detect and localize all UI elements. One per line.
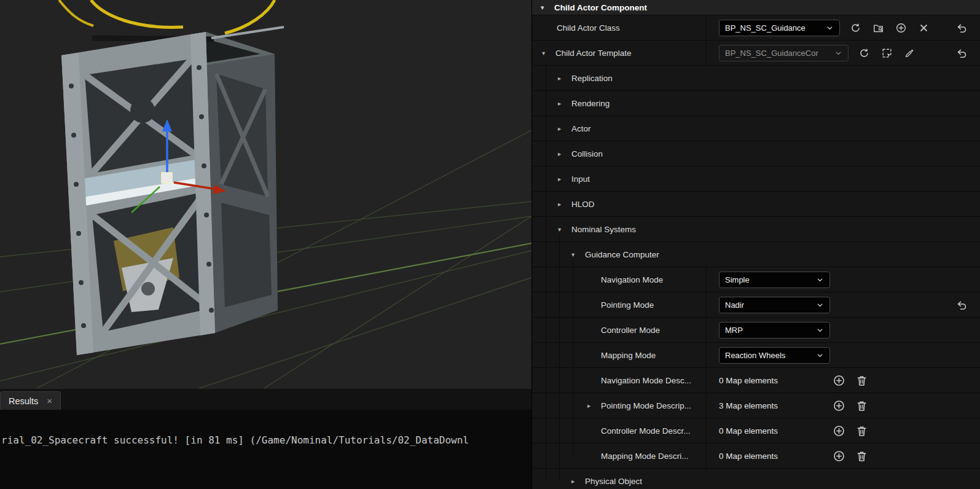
property-label: Child Actor Class <box>557 23 620 33</box>
select-object-icon[interactable] <box>879 45 894 60</box>
log-output-area[interactable]: rial_02_Spacecraft successful! [in 81 ms… <box>0 410 531 489</box>
category-label: Physical Object <box>585 477 642 486</box>
delete-map-elements-icon[interactable] <box>854 423 869 438</box>
property-label: Mapping Mode Descri... <box>601 452 689 461</box>
map-elements-count: 3 Map elements <box>719 401 823 410</box>
expand-arrow-icon[interactable]: ▸ <box>558 150 571 157</box>
reset-to-default-icon[interactable] <box>954 45 969 60</box>
dropdown-value: MRP <box>725 326 743 335</box>
navigation-mode-row: Navigation Mode Simple <box>532 267 980 292</box>
expand-arrow-icon[interactable]: ▸ <box>558 100 571 107</box>
property-label: Mapping Mode <box>601 351 656 360</box>
viewport-3d-scene[interactable] <box>0 0 531 388</box>
category-label: Replication <box>571 74 613 83</box>
clear-asset-icon[interactable] <box>916 20 931 35</box>
controller-mode-dropdown[interactable]: MRP <box>719 322 830 338</box>
property-label: Navigation Mode Desc... <box>601 376 691 385</box>
dropdown-value: Nadir <box>725 300 744 310</box>
delete-map-elements-icon[interactable] <box>854 448 869 463</box>
reset-to-default-icon[interactable] <box>954 20 969 35</box>
details-panel: ▾ Child Actor Component Child Actor Clas… <box>531 0 980 489</box>
category-row-hlod[interactable]: ▸ HLOD <box>532 192 980 217</box>
category-row-collision[interactable]: ▸ Collision <box>532 141 980 166</box>
property-label: Navigation Mode <box>601 275 663 284</box>
expand-arrow-icon[interactable]: ▸ <box>571 477 585 485</box>
add-asset-icon[interactable] <box>893 20 908 35</box>
category-row-replication[interactable]: ▸ Replication <box>532 66 980 91</box>
add-map-element-icon[interactable] <box>831 423 846 438</box>
chevron-down-icon <box>816 276 824 284</box>
category-label: Actor <box>571 124 591 133</box>
expand-arrow-icon[interactable]: ▸ <box>558 125 571 132</box>
mapping-mode-row: Mapping Mode Reaction Wheels <box>532 343 980 368</box>
category-label: Collision <box>571 149 603 158</box>
dropdown-value: BP_NS_SC_Guidance <box>725 23 806 33</box>
component-category-header[interactable]: ▾ Child Actor Component <box>532 0 980 15</box>
gizmo-origin-handle <box>162 173 172 183</box>
category-row-physical-object[interactable]: ▸ Physical Object <box>532 469 980 489</box>
use-selected-asset-icon[interactable] <box>848 20 863 35</box>
child-actor-template-row: ▾ Child Actor Template BP_NS_SC_Guidance… <box>532 41 980 66</box>
chevron-down-icon <box>826 24 834 32</box>
expand-arrow-icon[interactable]: ▸ <box>558 200 571 208</box>
category-row-rendering[interactable]: ▸ Rendering <box>532 91 980 116</box>
expand-arrow-icon[interactable]: ▸ <box>587 402 601 409</box>
category-label: Nominal Systems <box>571 225 636 234</box>
browse-to-asset-icon[interactable] <box>871 20 885 35</box>
chevron-expanded-icon[interactable]: ▾ <box>542 49 555 57</box>
property-label: Pointing Mode Descrip... <box>601 401 691 410</box>
results-tab-label: Results <box>9 396 38 406</box>
category-row-actor[interactable]: ▸ Actor <box>532 116 980 141</box>
add-map-element-icon[interactable] <box>831 448 846 463</box>
property-label: Controller Mode <box>601 326 660 335</box>
chevron-down-icon <box>816 351 824 359</box>
chevron-down-icon <box>834 49 842 57</box>
level-viewport[interactable] <box>0 0 531 388</box>
chevron-expanded-icon[interactable]: ▾ <box>571 251 585 258</box>
chevron-down-icon <box>816 301 824 309</box>
navigation-mode-descriptions-row: Navigation Mode Desc... 0 Map elements <box>532 368 980 393</box>
property-label: Pointing Mode <box>601 300 654 310</box>
category-label: Rendering <box>571 99 610 108</box>
log-tab-bar: Results × <box>0 388 531 410</box>
child-actor-class-dropdown[interactable]: BP_NS_SC_Guidance <box>719 20 840 36</box>
component-header-label: Child Actor Component <box>554 3 647 12</box>
category-row-guidance-computer[interactable]: ▾ Guidance Computer <box>532 242 980 267</box>
navigation-mode-dropdown[interactable]: Simple <box>719 272 830 288</box>
property-label: Controller Mode Descr... <box>601 426 691 436</box>
chevron-expanded-icon[interactable]: ▾ <box>541 4 554 12</box>
pointing-mode-dropdown[interactable]: Nadir <box>719 297 830 313</box>
eyedropper-icon[interactable] <box>902 45 917 60</box>
map-elements-count: 0 Map elements <box>719 452 823 461</box>
add-map-element-icon[interactable] <box>831 398 846 413</box>
output-log-panel: Results × rial_02_Spacecraft successful!… <box>0 388 531 489</box>
property-label: Child Actor Template <box>555 49 632 58</box>
child-actor-template-dropdown[interactable]: BP_NS_SC_GuidanceCor <box>719 45 849 61</box>
use-selected-asset-icon[interactable] <box>857 45 871 60</box>
reset-to-default-icon[interactable] <box>954 297 969 312</box>
close-tab-icon[interactable]: × <box>47 396 52 406</box>
chevron-down-icon <box>816 326 824 334</box>
map-elements-count: 0 Map elements <box>719 376 823 385</box>
delete-map-elements-icon[interactable] <box>854 373 869 388</box>
pointing-mode-descriptions-row: ▸ Pointing Mode Descrip... 3 Map element… <box>532 393 980 418</box>
dropdown-value: BP_NS_SC_GuidanceCor <box>725 49 818 58</box>
results-tab[interactable]: Results × <box>0 391 61 410</box>
category-row-input[interactable]: ▸ Input <box>532 166 980 192</box>
log-message: rial_02_Spacecraft successful! [in 81 ms… <box>0 410 531 446</box>
chevron-expanded-icon[interactable]: ▾ <box>558 225 571 233</box>
pointing-mode-row: Pointing Mode Nadir <box>532 292 980 318</box>
child-actor-class-row: Child Actor Class BP_NS_SC_Guidance <box>532 15 980 41</box>
expand-arrow-icon[interactable]: ▸ <box>558 74 571 82</box>
expand-arrow-icon[interactable]: ▸ <box>558 175 571 182</box>
mapping-mode-descriptions-row: Mapping Mode Descri... 0 Map elements <box>532 444 980 469</box>
map-elements-count: 0 Map elements <box>719 426 823 436</box>
mapping-mode-dropdown[interactable]: Reaction Wheels <box>719 347 830 364</box>
delete-map-elements-icon[interactable] <box>854 398 869 413</box>
dropdown-value: Simple <box>725 275 750 284</box>
unreal-editor-window: Results × rial_02_Spacecraft successful!… <box>0 0 980 489</box>
category-row-nominal-systems[interactable]: ▾ Nominal Systems <box>532 217 980 242</box>
controller-mode-row: Controller Mode MRP <box>532 318 980 343</box>
category-label: HLOD <box>571 200 595 209</box>
add-map-element-icon[interactable] <box>831 373 846 388</box>
